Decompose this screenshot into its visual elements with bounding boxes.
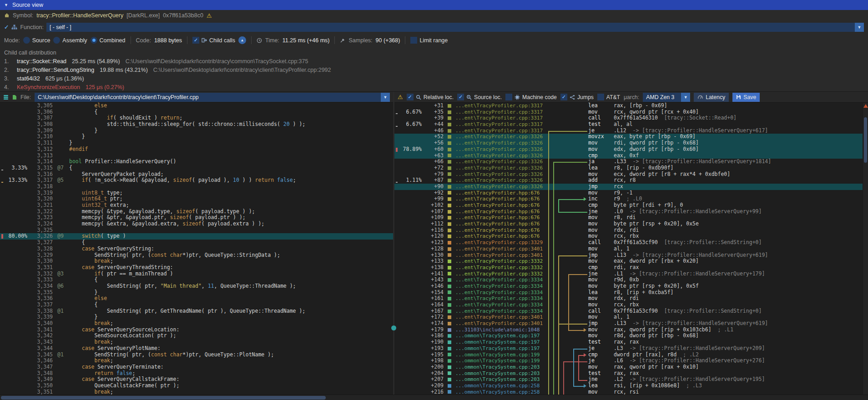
checkbox-att[interactable]: AT&T: [597, 94, 620, 100]
source-line[interactable]: 3,321 uint32_t extra;: [0, 202, 393, 209]
asm-row[interactable]: +190...ommon\TracySystem.cpp:197testrax,…: [394, 339, 863, 345]
asm-row[interactable]: 6.67%+44...ent\TracyProfiler.cpp:3317tes…: [394, 121, 863, 128]
source-line[interactable]: 3,350 QueueCallstackFrame( ptr );: [0, 383, 393, 389]
source-line[interactable]: 3,324 memcpy( &extra, &payload.extra, si…: [0, 221, 393, 227]
asm-row[interactable]: +207...ommon\TracySystem.cpp:203jne.L2 -…: [394, 376, 863, 383]
source-line[interactable]: 3,337 {: [0, 302, 393, 308]
source-line[interactable]: 3,311}: [0, 140, 393, 146]
horizontal-scrollbar[interactable]: [0, 395, 868, 400]
asm-row[interactable]: +143...ent\TracyProfiler.cpp:3334movr9d,…: [394, 277, 863, 283]
source-line[interactable]: 3,351 break;: [0, 389, 393, 395]
source-line[interactable]: 3,331 case ServerQueryThreadString:: [0, 265, 393, 271]
source-line[interactable]: 3,333 {: [0, 277, 393, 283]
asm-row[interactable]: +146...ent\TracyProfiler.cpp:3334movbyte…: [394, 283, 863, 290]
chevron-down-icon[interactable]: ▼: [855, 23, 864, 32]
source-line[interactable]: 3,320 uint64_t ptr;: [0, 196, 393, 202]
asm-row[interactable]: +99...ent\TracyProfiler.hpp:676incr9 ; .…: [394, 196, 863, 202]
asm-row[interactable]: +92...ent\TracyProfiler.hpp:676movr9, -1: [394, 190, 863, 196]
source-line[interactable]: 3,308 std::this_thread::sleep_for( std::…: [0, 121, 393, 128]
asm-row[interactable]: +128...ent\TracyProfiler.cpp:3401moval, …: [394, 246, 863, 252]
source-line[interactable]: 3,325: [0, 227, 393, 234]
collapse-icon[interactable]: ▼: [4, 3, 8, 7]
uarch-select[interactable]: AMD Zen 3 ▼: [643, 93, 690, 102]
source-line[interactable]: 3,316 ServerQueryPacket payload;: [0, 171, 393, 178]
source-line[interactable]: 3,340 break;: [0, 320, 393, 327]
asm-row[interactable]: +63...ent\TracyProfiler.cpp:3326cmpeax, …: [394, 153, 863, 159]
source-line[interactable]: 3,328 case ServerQueryString:: [0, 246, 393, 252]
asm-row[interactable]: 6.67%+35...ent\TracyProfiler.cpp:3317mov…: [394, 109, 863, 115]
asm-row[interactable]: +39...ent\TracyProfiler.cpp:3317call0x7f…: [394, 115, 863, 121]
asm-row[interactable]: +174...ent\TracyProfiler.cpp:3401jmp.L13…: [394, 320, 863, 327]
chevron-down-icon[interactable]: ▼: [681, 93, 690, 102]
save-button[interactable]: Save: [732, 93, 760, 102]
asm-row[interactable]: +186...ommon\TracySystem.cpp:197movr8d, …: [394, 333, 863, 339]
asm-row[interactable]: +172...ent\TracyProfiler.cpp:3401moval, …: [394, 314, 863, 320]
child-call-item[interactable]: 2.tracy::Profiler::SendLongString19.88 m…: [4, 65, 864, 74]
source-code-view[interactable]: 3,305 else3,306 {3,307 if( shouldExit ) …: [0, 103, 393, 395]
checkbox-source-loc[interactable]: ✓ Source loc.: [457, 94, 502, 100]
asm-row[interactable]: +116...ent\TracyProfiler.hpp:676movrdx, …: [394, 227, 863, 234]
asm-row[interactable]: +198...ommon\TracySystem.cpp:199je.L6 ->…: [394, 358, 863, 364]
checkbox-limit-range[interactable]: Limit range: [410, 37, 448, 44]
vertical-scrollbar[interactable]: [863, 103, 868, 395]
source-line[interactable]: 3,314bool Profiler::HandleServerQuery(): [0, 159, 393, 165]
assembly-view[interactable]: +31...ent\TracyProfiler.cpp:3317learax, …: [394, 103, 863, 395]
scrollbar-thumb[interactable]: [864, 117, 867, 163]
checkbox-child-calls[interactable]: ✓ Child calls: [192, 37, 235, 44]
source-line[interactable]: 3,312#endif: [0, 146, 393, 153]
checkbox-relative-loc[interactable]: ✓ Relative loc.: [407, 94, 454, 100]
source-line[interactable]: 3,342 SendSourceLocation( ptr );: [0, 333, 393, 339]
asm-row[interactable]: 78.89%+60...ent\TracyProfiler.cpp:3326mo…: [394, 146, 863, 153]
source-line[interactable]: 3,335 }: [0, 290, 393, 296]
source-line[interactable]: 3,336 else: [0, 295, 393, 302]
asm-row[interactable]: +200...ommon\TracySystem.cpp:203movrax, …: [394, 364, 863, 370]
source-line[interactable]: 3,343 break;: [0, 339, 393, 345]
source-line[interactable]: 3,339 }: [0, 314, 393, 320]
source-line[interactable]: 3,323 memcpy( &ptr, &payload.ptr, sizeof…: [0, 215, 393, 221]
source-line[interactable]: 3,307 if( shouldExit ) return;: [0, 115, 393, 121]
source-line[interactable]: 3,309 }: [0, 128, 393, 134]
asm-row[interactable]: +179...31103\include\atomic:1048movrax, …: [394, 327, 863, 333]
asm-row[interactable]: +141...ent\TracyProfiler.cpp:3332jne.L1 …: [394, 271, 863, 277]
asm-row[interactable]: +90...ent\TracyProfiler.cpp:3326jmprcx: [394, 184, 863, 190]
source-line[interactable]: 3,344 case ServerQueryPlotName:: [0, 345, 393, 352]
title-bar[interactable]: ▼ Source view: [0, 0, 868, 10]
asm-row[interactable]: +216...ommon\TracySystem.cpp:258movrcx, …: [394, 389, 863, 395]
asm-row[interactable]: +209...ommon\TracySystem.cpp:258learsi, …: [394, 383, 863, 389]
checkbox-jumps[interactable]: ✓ Jumps: [560, 94, 594, 100]
child-call-item[interactable]: 4.KeSynchronizeExecution125 μs (0.27%): [4, 83, 864, 91]
source-line[interactable]: 3,334@6 SendString( ptr, "Main thread", …: [0, 283, 393, 290]
source-line[interactable]: 3,330 break;: [0, 258, 393, 265]
asm-row[interactable]: +112...ent\TracyProfiler.hpp:676movbyte …: [394, 221, 863, 227]
child-call-item[interactable]: 1.tracy::Socket::Read25.25 ms (54.89%)C:…: [4, 57, 864, 65]
source-line[interactable]: 3,347 case ServerQueryTerminate:: [0, 364, 393, 370]
asm-row[interactable]: +79...ent\TracyProfiler.cpp:3326movecx, …: [394, 171, 863, 178]
asm-row[interactable]: +72...ent\TracyProfiler.cpp:3326lear8, […: [394, 165, 863, 171]
asm-row[interactable]: +195...ommon\TracySystem.cpp:199cmpdword…: [394, 352, 863, 358]
asm-row[interactable]: +164...ent\TracyProfiler.cpp:3334movrcx,…: [394, 302, 863, 308]
asm-row[interactable]: +204...ommon\TracySystem.cpp:203testrax,…: [394, 370, 863, 377]
asm-row[interactable]: +52...ent\TracyProfiler.cpp:3326movzxeax…: [394, 134, 863, 140]
asm-row[interactable]: +120...ent\TracyProfiler.hpp:676movrcx, …: [394, 233, 863, 240]
asm-row[interactable]: +107...ent\TracyProfiler.hpp:676jne.L0 -…: [394, 209, 863, 215]
source-line[interactable]: 80.00%3,326@9 switch( type ): [0, 233, 393, 240]
asm-row[interactable]: +31...ent\TracyProfiler.cpp:3317learax, …: [394, 103, 863, 109]
asm-row[interactable]: +109...ent\TracyProfiler.hpp:676movr8, r…: [394, 215, 863, 221]
scrollbar-thumb[interactable]: [1, 396, 326, 400]
source-line[interactable]: 3,319 uint8_t type;: [0, 190, 393, 196]
source-line[interactable]: 3,327 {: [0, 240, 393, 246]
asm-row[interactable]: +56...ent\TracyProfiler.cpp:3326movrdi, …: [394, 140, 863, 146]
check-icon[interactable]: ✓: [4, 24, 9, 30]
asm-row[interactable]: +130...ent\TracyProfiler.cpp:3401jmp.L13…: [394, 252, 863, 259]
latency-button[interactable]: Latency: [694, 93, 729, 102]
asm-row[interactable]: 1.11%+87...ent\TracyProfiler.cpp:3326add…: [394, 177, 863, 184]
source-line[interactable]: 3,318: [0, 184, 393, 190]
file-select[interactable]: C:\Users\wolf\Desktop\darkrl\contrib\tra…: [35, 93, 390, 102]
source-line[interactable]: 3,346 break;: [0, 358, 393, 364]
radio-source[interactable]: Source: [23, 37, 50, 44]
source-line[interactable]: 3,332@3 if( ptr == m_mainThread ): [0, 271, 393, 277]
function-select[interactable]: [ - self - ] ▼: [46, 23, 864, 32]
asm-row[interactable]: +154...ent\TracyProfiler.cpp:3334lear8, …: [394, 290, 863, 296]
source-line[interactable]: 3,338@1 SendString( ptr, GetThreadName( …: [0, 308, 393, 315]
source-line[interactable]: 3,348 return false;: [0, 370, 393, 377]
